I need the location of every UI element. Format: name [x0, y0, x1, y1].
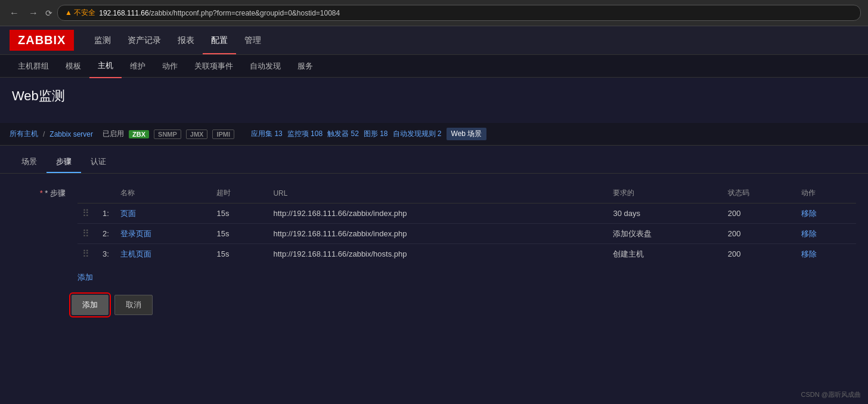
- table-row: ⠿ 2: 登录页面 15s http://192.168.111.66/zabb…: [78, 224, 856, 244]
- step-timeout-1: 15s: [212, 203, 268, 224]
- browser-chrome: ← → ⟳ ▲ 不安全 192.168.111.66/zabbix/httpco…: [0, 0, 868, 26]
- bc-web[interactable]: Web 场景: [447, 128, 487, 140]
- step-url-1: http://192.168.111.66/zabbix/index.php: [268, 203, 608, 224]
- btn-row: 添加 取消: [72, 295, 856, 315]
- col-timeout: 超时: [212, 186, 268, 203]
- step-url-2: http://192.168.111.66/zabbix/index.php: [268, 224, 608, 244]
- step-required-3: 创建主机: [608, 244, 723, 264]
- remove-btn-1[interactable]: 移除: [801, 209, 817, 218]
- table-row: ⠿ 3: 主机页面 15s http://192.168.111.66/zabb…: [78, 244, 856, 264]
- subnav-services[interactable]: 服务: [289, 55, 321, 78]
- top-nav: ZABBIX 监测 资产记录 报表 配置 管理: [0, 26, 868, 55]
- subnav-maintenance[interactable]: 维护: [122, 55, 154, 78]
- step-name-3[interactable]: 主机页面: [120, 249, 151, 258]
- step-num-2: 2:: [98, 224, 116, 244]
- back-button[interactable]: ←: [7, 7, 21, 20]
- table-row: ⠿ 1: 页面 15s http://192.168.111.66/zabbix…: [78, 203, 856, 224]
- bc-discovery[interactable]: 自动发现规则 2: [393, 129, 442, 139]
- badge-ipmi: IPMI: [212, 129, 234, 139]
- cancel-button[interactable]: 取消: [114, 295, 153, 315]
- page-content: Web监测: [0, 78, 868, 123]
- bc-graphs[interactable]: 图形 18: [364, 129, 388, 139]
- steps-section: * * 步骤 名称 超时 URL 要求的 状态码 动作: [12, 186, 856, 283]
- breadcrumb-all-hosts[interactable]: 所有主机: [10, 129, 38, 139]
- nav-item-assets[interactable]: 资产记录: [119, 27, 169, 54]
- tab-scenario[interactable]: 场景: [12, 152, 46, 173]
- url-host: 192.168.111.66: [99, 9, 148, 17]
- steps-table-wrapper: 名称 超时 URL 要求的 状态码 动作 ⠿ 1: 页面 15s http://: [78, 186, 856, 283]
- step-name-1[interactable]: 页面: [120, 209, 136, 218]
- subnav-event-corr[interactable]: 关联项事件: [186, 55, 241, 78]
- step-num-1: 1:: [98, 203, 116, 224]
- url-text: 192.168.111.66/zabbix/httpconf.php?form=…: [99, 9, 340, 17]
- nav-item-reports[interactable]: 报表: [169, 27, 203, 54]
- drag-handle-3[interactable]: ⠿: [82, 249, 93, 259]
- remove-btn-2[interactable]: 移除: [801, 229, 817, 238]
- submit-button[interactable]: 添加: [72, 295, 108, 315]
- col-drag: [78, 186, 98, 203]
- subnav-templates[interactable]: 模板: [57, 55, 89, 78]
- step-timeout-3: 15s: [212, 244, 268, 264]
- status-label: 已启用: [103, 129, 124, 139]
- url-path: /zabbix/httpconf.php?form=create&groupid…: [149, 9, 340, 17]
- step-required-2: 添加仪表盘: [608, 224, 723, 244]
- bc-items[interactable]: 监控项 108: [287, 129, 323, 139]
- form-area: * * 步骤 名称 超时 URL 要求的 状态码 动作: [0, 174, 868, 327]
- forward-button[interactable]: →: [26, 7, 41, 20]
- nav-item-monitor[interactable]: 监测: [86, 27, 119, 54]
- tab-steps[interactable]: 步骤: [46, 152, 81, 173]
- sub-nav: 主机群组 模板 主机 维护 动作 关联项事件 自动发现 服务: [0, 55, 868, 78]
- logo: ZABBIX: [10, 30, 74, 51]
- badge-zbx: ZBX: [129, 130, 149, 138]
- subnav-host-groups[interactable]: 主机群组: [10, 55, 57, 78]
- badge-snmp: SNMP: [154, 129, 181, 139]
- drag-handle-1[interactable]: ⠿: [82, 208, 93, 218]
- step-num-3: 3:: [98, 244, 116, 264]
- steps-label: * 步骤: [45, 189, 66, 198]
- col-status: 状态码: [723, 186, 796, 203]
- step-status-1: 200: [723, 203, 796, 224]
- address-bar[interactable]: ▲ 不安全 192.168.111.66/zabbix/httpconf.php…: [57, 5, 861, 21]
- breadcrumb-sep1: /: [43, 130, 45, 138]
- tab-bar: 场景 步骤 认证: [0, 146, 868, 174]
- subnav-discovery[interactable]: 自动发现: [241, 55, 289, 78]
- nav-item-admin[interactable]: 管理: [236, 27, 269, 54]
- step-required-1: 30 days: [608, 203, 723, 224]
- steps-table: 名称 超时 URL 要求的 状态码 动作 ⠿ 1: 页面 15s http://: [78, 186, 856, 264]
- drag-handle-2[interactable]: ⠿: [82, 229, 93, 239]
- step-url-3: http://192.168.111.66/zabbix/hosts.php: [268, 244, 608, 264]
- reload-button[interactable]: ⟳: [45, 8, 52, 18]
- col-action: 动作: [796, 186, 856, 203]
- subnav-actions[interactable]: 动作: [154, 55, 186, 78]
- remove-btn-3[interactable]: 移除: [801, 249, 817, 258]
- col-num: [98, 186, 116, 203]
- page-title: Web监测: [12, 87, 856, 105]
- security-warning-icon: ▲ 不安全: [65, 8, 95, 18]
- col-name: 名称: [116, 186, 212, 203]
- subnav-hosts[interactable]: 主机: [89, 54, 122, 78]
- nav-item-config[interactable]: 配置: [203, 27, 236, 54]
- tab-auth[interactable]: 认证: [81, 152, 116, 173]
- breadcrumb-bar: 所有主机 / Zabbix server 已启用 ZBX SNMP JMX IP…: [0, 123, 868, 146]
- step-status-3: 200: [723, 244, 796, 264]
- bc-apps[interactable]: 应用集 13: [251, 129, 283, 139]
- step-timeout-2: 15s: [212, 224, 268, 244]
- bc-triggers[interactable]: 触发器 52: [327, 129, 359, 139]
- step-name-2[interactable]: 登录页面: [120, 229, 151, 238]
- badge-jmx: JMX: [186, 129, 208, 139]
- breadcrumb-host[interactable]: Zabbix server: [49, 130, 93, 138]
- step-status-2: 200: [723, 224, 796, 244]
- col-url: URL: [268, 186, 608, 203]
- add-step-link[interactable]: 添加: [78, 272, 93, 283]
- col-required: 要求的: [608, 186, 723, 203]
